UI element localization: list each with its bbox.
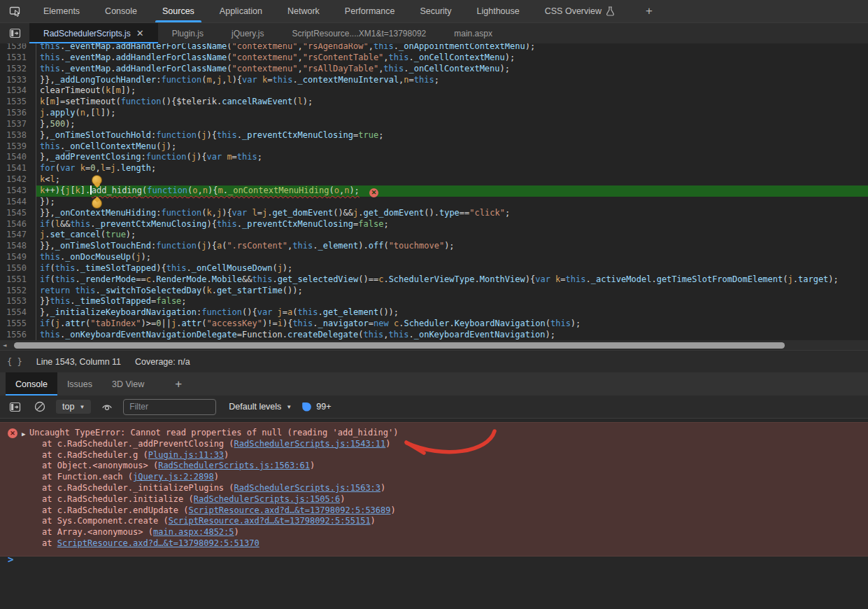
line-number[interactable]: 1549 bbox=[0, 252, 36, 263]
horizontal-scrollbar[interactable]: ◄ bbox=[0, 340, 868, 350]
code-line[interactable]: 1547j.set_cancel(true); bbox=[0, 230, 868, 241]
code-line-text[interactable]: this._eventMap.addHandlerForClassName("c… bbox=[36, 64, 868, 75]
stack-link[interactable]: RadSchedulerScripts.js:1505:6 bbox=[194, 494, 341, 504]
code-line[interactable]: 1550if(this._timeSlotTapped){this._onCel… bbox=[0, 263, 868, 274]
line-number[interactable]: 1546 bbox=[0, 219, 36, 230]
live-expression-button[interactable] bbox=[101, 400, 113, 413]
file-tab-jquery-js[interactable]: jQuery.js bbox=[218, 23, 278, 43]
stack-link[interactable]: jQuery.js:2:2898 bbox=[133, 472, 214, 482]
code-line-text[interactable]: k<l; bbox=[36, 174, 868, 186]
tab-network[interactable]: Network bbox=[275, 0, 332, 22]
code-line[interactable]: 1551if(this._renderMode==c.RenderMode.Mo… bbox=[0, 274, 868, 286]
line-number[interactable]: 1530 bbox=[0, 43, 36, 52]
code-line[interactable]: 1536j.apply(n,[l]); bbox=[0, 108, 868, 119]
code-line-text[interactable]: this._eventMap.addHandlerForClassName("c… bbox=[36, 43, 868, 52]
pretty-print-icon[interactable]: { } bbox=[7, 357, 22, 367]
line-number[interactable]: 1550 bbox=[0, 263, 36, 274]
file-tab-scriptresource-xm1-t-13798092[interactable]: ScriptResource....XM1&t=13798092 bbox=[278, 23, 440, 43]
clear-console-button[interactable] bbox=[34, 400, 46, 413]
code-line[interactable]: 1542k<l; bbox=[0, 174, 868, 186]
tab-elements[interactable]: Elements bbox=[31, 0, 92, 22]
stack-link[interactable]: ScriptResource.axd?d…&t=13798092:5:55151 bbox=[169, 516, 371, 526]
line-number[interactable]: 1531 bbox=[0, 52, 36, 64]
line-number[interactable]: 1542 bbox=[0, 174, 36, 186]
stack-link[interactable]: RadSchedulerScripts.js:1543:11 bbox=[234, 439, 386, 449]
file-tab-radschedulerscripts-js[interactable]: RadSchedulerScripts.js✕ bbox=[29, 23, 158, 43]
code-line[interactable]: 1541for(var k=0,l=j.length; bbox=[0, 163, 868, 174]
code-line[interactable]: 1535k[m]=setTimeout(function(){$telerik.… bbox=[0, 97, 868, 108]
code-line[interactable]: 1539this._onCellContextMenu(j); bbox=[0, 141, 868, 153]
line-number[interactable]: 1535 bbox=[0, 97, 36, 108]
console-input[interactable]: > bbox=[0, 551, 13, 568]
code-line[interactable]: 1537},500); bbox=[0, 119, 868, 130]
code-line[interactable]: 1554},_initializeKeyboardNavigation:func… bbox=[0, 307, 868, 318]
scroll-left-arrow[interactable]: ◄ bbox=[3, 342, 6, 349]
code-line[interactable]: 1549this._onDocMouseUp(j); bbox=[0, 252, 868, 263]
code-line-text[interactable]: if(this._timeSlotTapped){this._onCellMou… bbox=[36, 263, 868, 274]
line-number[interactable]: 1553 bbox=[0, 296, 36, 307]
log-levels-dropdown[interactable]: Default levels ▼ bbox=[229, 402, 292, 412]
line-number[interactable]: 1552 bbox=[0, 286, 36, 297]
line-number[interactable]: 1534 bbox=[0, 85, 36, 97]
code-line-text[interactable]: this._onKeyboardEventNavigationDelegate=… bbox=[36, 330, 868, 341]
code-line-text[interactable]: }); bbox=[36, 197, 868, 208]
line-number[interactable]: 1537 bbox=[0, 119, 36, 130]
line-number[interactable]: 1540 bbox=[0, 152, 36, 163]
code-line[interactable]: 1543k++){j[k].add_hiding(function(o,n){m… bbox=[0, 186, 868, 197]
more-tools-button[interactable]: + bbox=[636, 0, 662, 22]
code-line[interactable]: 1552return this._switchToSelectedDay(k.g… bbox=[0, 286, 868, 297]
code-line-text[interactable]: if(l&&this._preventCtxMenuClosing){this.… bbox=[36, 219, 868, 230]
filter-input[interactable] bbox=[123, 399, 216, 415]
stack-link[interactable]: main.aspx:4852:5 bbox=[153, 527, 234, 537]
code-line-text[interactable]: this._eventMap.addHandlerForClassName("c… bbox=[36, 52, 868, 64]
drawer-tab-issues[interactable]: Issues bbox=[57, 372, 102, 396]
code-line-text[interactable]: },_initializeKeyboardNavigation:function… bbox=[36, 307, 868, 318]
line-number[interactable]: 1541 bbox=[0, 163, 36, 174]
code-line-text[interactable]: clearTimeout(k[m]); bbox=[36, 85, 868, 97]
selection-handle-top[interactable] bbox=[92, 175, 102, 186]
source-editor[interactable]: 1530this._eventMap.addHandlerForClassNam… bbox=[0, 43, 868, 350]
navigator-toggle-button[interactable] bbox=[0, 23, 29, 43]
code-line-text[interactable]: },_onTimeSlotTouchHold:function(j){this.… bbox=[36, 130, 868, 141]
code-line[interactable]: 1546if(l&&this._preventCtxMenuClosing){t… bbox=[0, 219, 868, 230]
code-line-text[interactable]: j.apply(n,[l]); bbox=[36, 108, 868, 119]
code-line[interactable]: 1540},_addPreventClosing:function(j){var… bbox=[0, 152, 868, 163]
tab-security[interactable]: Security bbox=[407, 0, 464, 22]
code-line-text[interactable]: if(j.attr("tabIndex")>=0||j.attr("access… bbox=[36, 318, 868, 330]
code-line-text[interactable]: return this._switchToSelectedDay(k.get_s… bbox=[36, 286, 868, 297]
close-tab-icon[interactable]: ✕ bbox=[136, 28, 144, 38]
line-number[interactable]: 1532 bbox=[0, 64, 36, 75]
tab-performance[interactable]: Performance bbox=[332, 0, 408, 22]
stack-link[interactable]: Plugin.js:11:33 bbox=[148, 450, 224, 460]
expand-triangle-icon[interactable]: ▶ bbox=[22, 429, 25, 440]
code-line-text[interactable]: k++){j[k].add_hiding(function(o,n){m._on… bbox=[36, 186, 868, 197]
tab-lighthouse[interactable]: Lighthouse bbox=[464, 0, 532, 22]
tab-css-overview[interactable]: CSS Overview bbox=[532, 0, 627, 22]
code-line[interactable]: 1545}},_onContextMenuHiding:function(k,j… bbox=[0, 208, 868, 219]
drawer-tab-3d-view[interactable]: 3D View bbox=[102, 372, 154, 396]
code-line[interactable]: 1538},_onTimeSlotTouchHold:function(j){t… bbox=[0, 130, 868, 141]
inspect-element-button[interactable] bbox=[0, 0, 31, 22]
code-line-text[interactable]: this._onCellContextMenu(j); bbox=[36, 141, 868, 153]
tab-sources[interactable]: Sources bbox=[150, 0, 207, 22]
drawer-tab-console[interactable]: Console bbox=[6, 372, 57, 396]
line-number[interactable]: 1533 bbox=[0, 75, 36, 86]
drawer-more-tabs-button[interactable]: + bbox=[164, 372, 193, 396]
line-number[interactable]: 1555 bbox=[0, 318, 36, 330]
code-line[interactable]: 1544}); bbox=[0, 197, 868, 208]
code-line[interactable]: 1533}},_addLongTouchHandler:function(m,j… bbox=[0, 75, 868, 86]
line-number[interactable]: 1536 bbox=[0, 108, 36, 119]
file-tab-main-aspx[interactable]: main.aspx bbox=[440, 23, 506, 43]
code-line-text[interactable]: }},_onTimeSlotTouchEnd:function(j){a(".r… bbox=[36, 241, 868, 252]
tab-console[interactable]: Console bbox=[92, 0, 150, 22]
stack-link[interactable]: RadSchedulerScripts.js:1563:61 bbox=[158, 461, 310, 470]
line-number[interactable]: 1539 bbox=[0, 141, 36, 153]
file-tab-plugin-js[interactable]: Plugin.js bbox=[158, 23, 218, 43]
selection-handle-bottom[interactable] bbox=[92, 198, 102, 209]
line-number[interactable]: 1544 bbox=[0, 197, 36, 208]
line-number[interactable]: 1547 bbox=[0, 230, 36, 241]
scrollbar-thumb[interactable] bbox=[14, 342, 785, 349]
code-line[interactable]: 1531this._eventMap.addHandlerForClassNam… bbox=[0, 52, 868, 64]
stack-link[interactable]: RadSchedulerScripts.js:1563:3 bbox=[234, 483, 381, 493]
line-number[interactable]: 1548 bbox=[0, 241, 36, 252]
